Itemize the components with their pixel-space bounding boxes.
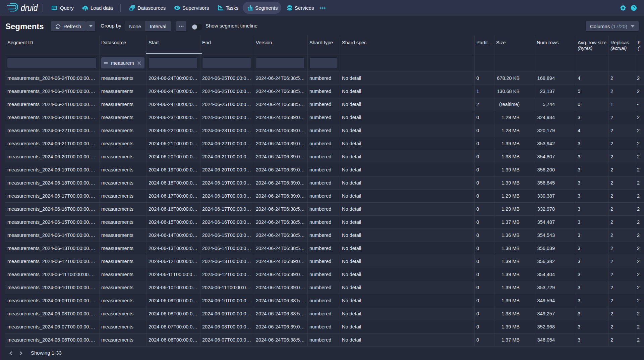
svg-text:?: ? bbox=[633, 6, 635, 10]
